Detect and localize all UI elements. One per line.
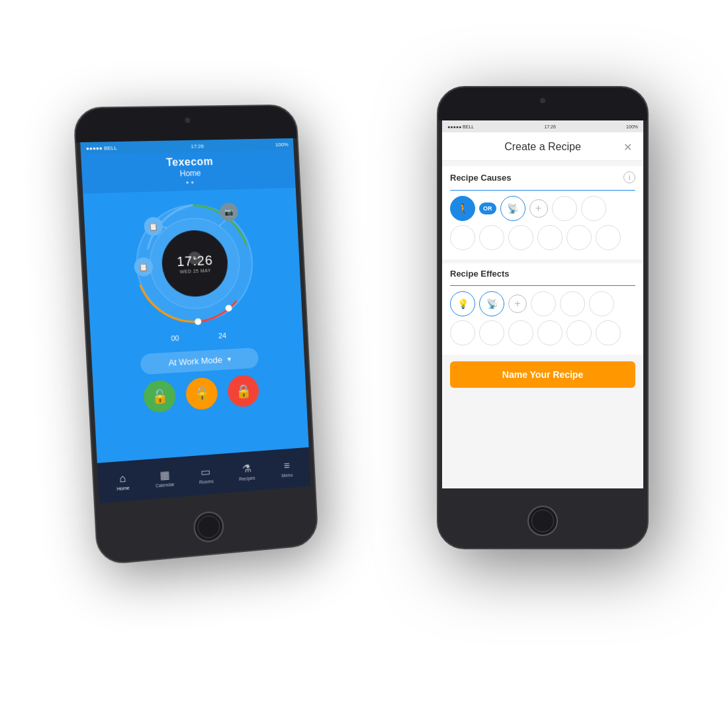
- number-right: 24: [218, 332, 227, 340]
- nav-calendar-label: Calendar: [156, 482, 175, 488]
- phone2-wrapper: ●●●●● BELL 17:26 100% Create a Recipe ✕ …: [437, 86, 649, 549]
- app-header: Texecom Home ●●: [81, 150, 295, 194]
- causes-row-1: 🚶 OR 📡 +: [450, 196, 635, 221]
- carrier-1: ●●●●● BELL: [86, 145, 117, 152]
- lock-buttons: 🔓 🔓 🔒: [93, 371, 307, 416]
- nav-home-label: Home: [116, 485, 129, 491]
- signal-icon[interactable]: 📡: [500, 196, 525, 221]
- empty-cause-1: [552, 196, 577, 221]
- mode-button[interactable]: At Work Mode ▾: [140, 347, 259, 375]
- empty-cause-6: [537, 225, 563, 250]
- empty-effect-7: [537, 320, 563, 345]
- lock-red-button[interactable]: 🔒: [227, 375, 259, 408]
- add-effect-button[interactable]: +: [508, 295, 527, 313]
- empty-effect-4: [450, 320, 475, 345]
- empty-effect-2: [560, 291, 585, 316]
- lock-green-button[interactable]: 🔓: [143, 379, 177, 413]
- close-button[interactable]: ✕: [619, 139, 635, 155]
- home-icon: ⌂: [119, 472, 126, 484]
- phone1-home-button[interactable]: [193, 510, 224, 543]
- empty-effect-8: [567, 320, 592, 345]
- phone2-home-button[interactable]: [527, 506, 558, 536]
- chevron-down-icon: ▾: [227, 355, 232, 363]
- nav-recipes-label: Recipes: [239, 476, 255, 482]
- time-1: 17:26: [191, 143, 204, 149]
- carrier-2: ●●●●● BELL: [447, 124, 474, 129]
- empty-effect-9: [596, 320, 621, 345]
- effects-title: Recipe Effects: [450, 269, 510, 279]
- add-cause-button[interactable]: +: [529, 199, 548, 218]
- empty-effect-3: [589, 291, 614, 316]
- clock-numbers: 00 24: [171, 332, 226, 342]
- battery-2: 100%: [626, 124, 638, 129]
- number-left: 00: [171, 334, 179, 343]
- nav-rooms[interactable]: ▭ Rooms: [185, 464, 226, 486]
- menu-icon: ≡: [283, 459, 290, 471]
- effects-header: Recipe Effects: [450, 269, 635, 279]
- clock-date: WED 25 MAY: [179, 268, 211, 274]
- recipe-title: Create a Recipe: [466, 141, 619, 153]
- empty-effect-6: [508, 320, 533, 345]
- effects-row-2: [450, 320, 635, 345]
- empty-cause-4: [479, 225, 504, 250]
- empty-cause-7: [567, 225, 592, 250]
- phone1-screen: ●●●●● BELL 17:26 100% Texecom Home ●●: [80, 138, 310, 504]
- recipe-effects-section: Recipe Effects 💡 📡 +: [442, 263, 643, 355]
- nav-home[interactable]: ⌂ Home: [101, 471, 144, 492]
- phone1-camera: [185, 118, 190, 123]
- empty-cause-2: [581, 196, 606, 221]
- nav-menu[interactable]: ≡ Menu: [266, 458, 307, 478]
- or-badge: OR: [479, 203, 496, 214]
- causes-info-icon[interactable]: i: [623, 171, 635, 183]
- battery-1: 100%: [275, 141, 289, 147]
- phone2-body: ●●●●● BELL 17:26 100% Create a Recipe ✕ …: [437, 86, 649, 549]
- nav-menu-label: Menu: [281, 473, 293, 478]
- effects-row-1: 💡 📡 +: [450, 291, 635, 316]
- name-recipe-button[interactable]: Name Your Recipe: [450, 361, 635, 388]
- bottom-nav: ⌂ Home ▦ Calendar ▭ Rooms ⚗ Recipes: [97, 447, 311, 504]
- lock-orange-button[interactable]: 🔓: [185, 377, 218, 410]
- causes-row-2: [450, 225, 635, 250]
- walking-person-icon[interactable]: 🚶: [450, 196, 475, 221]
- nav-rooms-label: Rooms: [199, 479, 214, 485]
- empty-effect-5: [479, 320, 504, 345]
- empty-cause-3: [450, 225, 475, 250]
- rooms-icon: ▭: [201, 465, 211, 478]
- time-2: 17:26: [544, 124, 556, 129]
- clock-area: ✎ 17:26 WED 25 MAY 📷 📋 📋 00 24: [83, 188, 303, 350]
- mode-button-label: At Work Mode: [168, 355, 222, 368]
- nav-calendar[interactable]: ▦ Calendar: [144, 467, 186, 489]
- scene: ●●●●● BELL 17:26 100% Texecom Home ●●: [66, 66, 662, 662]
- phone1-wrapper: ●●●●● BELL 17:26 100% Texecom Home ●●: [73, 105, 319, 566]
- status-bar-2: ●●●●● BELL 17:26 100%: [442, 120, 643, 132]
- empty-cause-8: [596, 225, 621, 250]
- recipe-header: Create a Recipe ✕: [442, 132, 643, 161]
- clock-ring-container: ✎ 17:26 WED 25 MAY 📷 📋 📋: [125, 195, 263, 333]
- recipe-causes-section: Recipe Causes i 🚶 OR 📡 +: [442, 166, 643, 259]
- causes-header: Recipe Causes i: [450, 171, 635, 183]
- empty-cause-5: [508, 225, 533, 250]
- phone2-screen: ●●●●● BELL 17:26 100% Create a Recipe ✕ …: [442, 120, 643, 488]
- causes-title: Recipe Causes: [450, 173, 512, 183]
- recipes-icon: ⚗: [242, 462, 251, 475]
- bulb-icon[interactable]: 💡: [450, 291, 475, 316]
- calendar-icon: ▦: [159, 469, 170, 482]
- phone1-body: ●●●●● BELL 17:26 100% Texecom Home ●●: [73, 105, 319, 566]
- empty-effect-1: [531, 291, 556, 316]
- wireless-icon[interactable]: 📡: [479, 291, 504, 316]
- phone2-camera: [540, 98, 545, 103]
- nav-recipes[interactable]: ⚗ Recipes: [226, 461, 267, 482]
